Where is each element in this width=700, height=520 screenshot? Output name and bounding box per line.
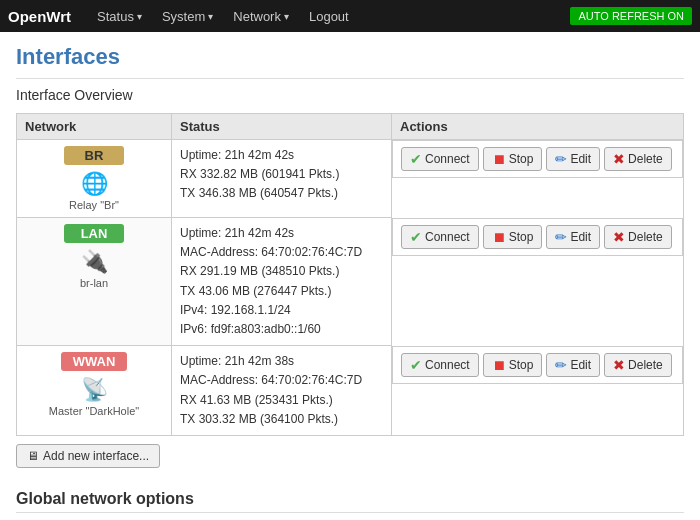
connect-icon: ✔	[410, 229, 422, 245]
network-cell: BR 🌐 Relay "Br"	[17, 140, 172, 218]
chevron-down-icon: ▾	[208, 11, 213, 22]
network-sublabel: Master "DarkHole"	[25, 405, 163, 417]
status-line: TX 346.38 MB (640547 Pkts.)	[180, 184, 383, 203]
brand: OpenWrt	[8, 8, 71, 25]
actions-cell: ✔ Connect ⏹ Stop ✏ Edit ✖ Delete	[392, 346, 683, 384]
connect-button[interactable]: ✔ Connect	[401, 147, 479, 171]
status-line: RX 41.63 MB (253431 Pkts.)	[180, 391, 383, 410]
stop-icon: ⏹	[492, 357, 506, 373]
nav-network[interactable]: Network ▾	[223, 0, 299, 32]
status-line: IPv6: fd9f:a803:adb0::1/60	[180, 320, 383, 339]
status-cell: Uptime: 21h 42m 42sMAC-Address: 64:70:02…	[172, 218, 392, 346]
global-title: Global network options	[16, 490, 684, 513]
col-actions: Actions	[392, 114, 684, 140]
status-cell: Uptime: 21h 42m 42sRX 332.82 MB (601941 …	[172, 140, 392, 218]
delete-icon: ✖	[613, 357, 625, 373]
status-line: MAC-Address: 64:70:02:76:4C:7D	[180, 371, 383, 390]
network-sublabel: br-lan	[25, 277, 163, 289]
chevron-down-icon: ▾	[284, 11, 289, 22]
status-line: Uptime: 21h 42m 38s	[180, 352, 383, 371]
page-content: Interfaces Interface Overview Network St…	[0, 32, 700, 520]
global-network-options: Global network options IPv6 ULA-Prefix	[16, 490, 684, 520]
chevron-down-icon: ▾	[137, 11, 142, 22]
edit-icon: ✏	[555, 229, 567, 245]
edit-icon: ✏	[555, 151, 567, 167]
nav-logout[interactable]: Logout	[299, 0, 359, 32]
connect-icon: ✔	[410, 357, 422, 373]
nav-system[interactable]: System ▾	[152, 0, 223, 32]
status-line: IPv4: 192.168.1.1/24	[180, 301, 383, 320]
delete-button[interactable]: ✖ Delete	[604, 147, 672, 171]
status-line: TX 303.32 MB (364100 Pkts.)	[180, 410, 383, 429]
status-cell: Uptime: 21h 42m 38sMAC-Address: 64:70:02…	[172, 346, 392, 436]
network-icon: 📡	[25, 377, 163, 403]
navbar: OpenWrt Status ▾ System ▾ Network ▾ Logo…	[0, 0, 700, 32]
network-badge: BR	[64, 146, 124, 165]
delete-icon: ✖	[613, 151, 625, 167]
stop-icon: ⏹	[492, 151, 506, 167]
table-row: BR 🌐 Relay "Br" Uptime: 21h 42m 42sRX 33…	[17, 140, 684, 218]
col-status: Status	[172, 114, 392, 140]
network-sublabel: Relay "Br"	[25, 199, 163, 211]
stop-button[interactable]: ⏹ Stop	[483, 147, 543, 171]
delete-button[interactable]: ✖ Delete	[604, 225, 672, 249]
status-line: TX 43.06 MB (276447 Pkts.)	[180, 282, 383, 301]
table-row: WWAN 📡 Master "DarkHole" Uptime: 21h 42m…	[17, 346, 684, 436]
status-line: Uptime: 21h 42m 42s	[180, 224, 383, 243]
col-network: Network	[17, 114, 172, 140]
nav-items: Status ▾ System ▾ Network ▾ Logout	[87, 0, 359, 32]
actions-cell: ✔ Connect ⏹ Stop ✏ Edit ✖ Delete	[392, 218, 683, 256]
nav-status[interactable]: Status ▾	[87, 0, 152, 32]
status-line: RX 291.19 MB (348510 Pkts.)	[180, 262, 383, 281]
connect-icon: ✔	[410, 151, 422, 167]
status-line: MAC-Address: 64:70:02:76:4C:7D	[180, 243, 383, 262]
edit-icon: ✏	[555, 357, 567, 373]
add-icon: 🖥	[27, 449, 39, 463]
stop-button[interactable]: ⏹ Stop	[483, 225, 543, 249]
edit-button[interactable]: ✏ Edit	[546, 353, 600, 377]
actions-cell: ✔ Connect ⏹ Stop ✏ Edit ✖ Delete	[392, 140, 683, 178]
connect-button[interactable]: ✔ Connect	[401, 225, 479, 249]
connect-button[interactable]: ✔ Connect	[401, 353, 479, 377]
network-badge: LAN	[64, 224, 124, 243]
network-cell: LAN 🔌 br-lan	[17, 218, 172, 346]
auto-refresh-badge: AUTO REFRESH ON	[570, 7, 692, 25]
table-row: LAN 🔌 br-lan Uptime: 21h 42m 42sMAC-Addr…	[17, 218, 684, 346]
network-icon: 🌐	[25, 171, 163, 197]
stop-icon: ⏹	[492, 229, 506, 245]
stop-button[interactable]: ⏹ Stop	[483, 353, 543, 377]
page-title: Interfaces	[16, 44, 684, 79]
add-interface-button[interactable]: 🖥 Add new interface...	[16, 444, 160, 468]
page-wrapper: OpenWrt Status ▾ System ▾ Network ▾ Logo…	[0, 0, 700, 520]
section-title: Interface Overview	[16, 87, 684, 103]
edit-button[interactable]: ✏ Edit	[546, 225, 600, 249]
network-cell: WWAN 📡 Master "DarkHole"	[17, 346, 172, 436]
network-icon: 🔌	[25, 249, 163, 275]
status-line: Uptime: 21h 42m 42s	[180, 146, 383, 165]
edit-button[interactable]: ✏ Edit	[546, 147, 600, 171]
delete-icon: ✖	[613, 229, 625, 245]
delete-button[interactable]: ✖ Delete	[604, 353, 672, 377]
interfaces-table: Network Status Actions BR 🌐 Relay "Br" U…	[16, 113, 684, 436]
network-badge: WWAN	[61, 352, 128, 371]
status-line: RX 332.82 MB (601941 Pkts.)	[180, 165, 383, 184]
